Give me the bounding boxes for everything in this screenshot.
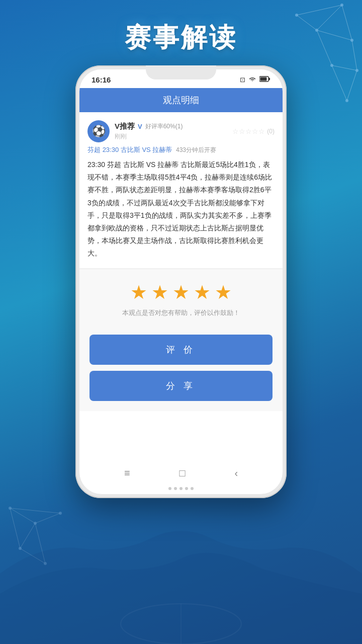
big-stars[interactable]: ★ ★ ★ ★ ★	[87, 281, 275, 303]
analysis-text: 23:30 芬超 古比斯 VS 拉赫蒂 古比斯最近5场比4胜1负，表现不错，本赛…	[87, 158, 275, 260]
svg-rect-33	[260, 77, 267, 81]
share-button[interactable]: 分 享	[89, 371, 273, 401]
main-card: ⚽ V推荐 V 好评率60%(1) 刚刚 ☆☆☆☆☆(0) 芬超 23:30	[79, 112, 283, 269]
svg-line-8	[347, 70, 357, 101]
svg-line-4	[297, 5, 342, 15]
rating-hint: 本观点是否对您有帮助，评价以作鼓励！	[87, 308, 275, 317]
svg-line-9	[332, 65, 347, 101]
status-time: 16:16	[92, 75, 111, 84]
app-header: 观点明细	[79, 88, 283, 112]
svg-point-16	[345, 99, 348, 102]
bottom-dots	[168, 487, 194, 490]
star-1[interactable]: ★	[130, 281, 147, 303]
match-league: 芬超	[87, 146, 101, 153]
phone-inner: 16:16 ⊡	[79, 69, 283, 494]
svg-point-15	[355, 69, 358, 72]
match-teams: 古比斯 VS 拉赫蒂	[121, 146, 172, 153]
bottom-nav: ≡ □ ‹	[79, 462, 283, 484]
svg-rect-32	[269, 78, 270, 80]
star-4[interactable]: ★	[194, 281, 211, 303]
btn-section: 评 价 分 享	[79, 330, 283, 411]
screen-record-icon: ⊡	[240, 76, 245, 84]
wifi-icon	[248, 76, 256, 84]
user-row: ⚽ V推荐 V 好评率60%(1) 刚刚 ☆☆☆☆☆(0)	[87, 120, 275, 142]
app-header-title: 观点明细	[163, 95, 199, 105]
battery-icon	[259, 76, 270, 84]
star-3[interactable]: ★	[172, 281, 190, 303]
svg-point-13	[295, 14, 298, 17]
svg-point-10	[340, 4, 343, 7]
home-button[interactable]: □	[179, 467, 185, 479]
v-badge: V	[138, 123, 142, 130]
notch	[146, 65, 216, 79]
evaluate-button[interactable]: 评 价	[89, 335, 273, 365]
star-5[interactable]: ★	[215, 281, 232, 303]
page-title: 赛事解读	[0, 20, 362, 55]
rating-stars-display: ☆☆☆☆☆(0)	[232, 127, 275, 135]
good-rate: 好评率60%(1)	[145, 122, 183, 131]
user-name-row: V推荐 V 好评率60%(1)	[115, 122, 232, 131]
star-2[interactable]: ★	[151, 281, 168, 303]
user-time: 刚刚	[115, 132, 232, 141]
svg-line-7	[332, 65, 357, 70]
status-icons: ⊡	[240, 76, 270, 84]
avatar: ⚽	[87, 120, 110, 142]
user-name: V推荐	[115, 122, 135, 131]
user-info: V推荐 V 好评率60%(1) 刚刚	[115, 122, 232, 141]
rating-section: ★ ★ ★ ★ ★ 本观点是否对您有帮助，评价以作鼓励！	[79, 269, 283, 330]
back-button[interactable]: ‹	[234, 467, 238, 479]
svg-point-14	[330, 64, 333, 67]
match-time: 23:30	[103, 146, 119, 153]
match-info: 芬超 23:30 古比斯 VS 拉赫蒂 433分钟后开赛	[87, 145, 275, 154]
menu-button[interactable]: ≡	[124, 467, 130, 479]
match-countdown: 433分钟后开赛	[176, 146, 216, 153]
phone-mockup: 16:16 ⊡	[75, 65, 287, 498]
avatar-icon: ⚽	[92, 125, 106, 138]
